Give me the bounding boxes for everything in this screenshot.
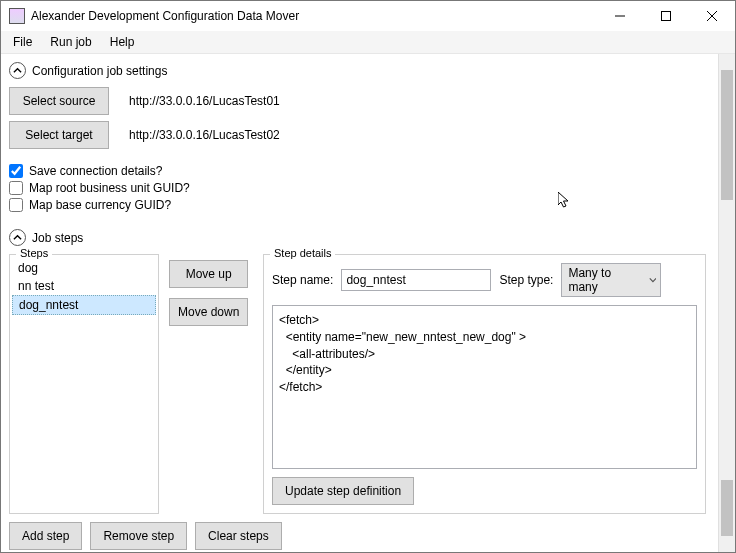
vertical-scrollbar[interactable] <box>718 54 735 552</box>
maximize-button[interactable] <box>643 1 689 31</box>
target-url: http://33.0.0.16/LucasTest02 <box>129 128 280 142</box>
jobsteps-section-header[interactable]: Job steps <box>9 229 706 246</box>
step-type-label: Step type: <box>499 273 553 287</box>
config-section-title: Configuration job settings <box>32 64 167 78</box>
select-source-button[interactable]: Select source <box>9 87 109 115</box>
menu-run-job[interactable]: Run job <box>42 33 99 51</box>
step-type-select[interactable]: Many to many <box>561 263 661 297</box>
fetch-xml-textarea[interactable]: <fetch> <entity name="new_new_nntest_new… <box>272 305 697 469</box>
add-step-button[interactable]: Add step <box>9 522 82 550</box>
chevron-up-icon <box>9 229 26 246</box>
list-item[interactable]: dog <box>12 259 156 277</box>
menu-help[interactable]: Help <box>102 33 143 51</box>
move-down-button[interactable]: Move down <box>169 298 248 326</box>
step-name-input[interactable] <box>341 269 491 291</box>
clear-steps-button[interactable]: Clear steps <box>195 522 282 550</box>
list-item[interactable]: dog_nntest <box>12 295 156 315</box>
step-type-value: Many to many <box>568 266 642 294</box>
steps-listbox[interactable]: dognn testdog_nntest <box>12 259 156 511</box>
chevron-down-icon <box>649 276 657 284</box>
cursor-icon <box>558 192 572 210</box>
map-base-currency-label[interactable]: Map base currency GUID? <box>29 198 171 212</box>
move-up-button[interactable]: Move up <box>169 260 248 288</box>
select-target-button[interactable]: Select target <box>9 121 109 149</box>
remove-step-button[interactable]: Remove step <box>90 522 187 550</box>
app-icon <box>9 8 25 24</box>
close-button[interactable] <box>689 1 735 31</box>
step-details-legend: Step details <box>270 247 335 259</box>
svg-rect-1 <box>662 12 671 21</box>
save-connection-label[interactable]: Save connection details? <box>29 164 162 178</box>
scroll-thumb[interactable] <box>721 480 733 536</box>
window-controls <box>597 1 735 31</box>
window-title: Alexander Development Configuration Data… <box>31 9 597 23</box>
menubar: File Run job Help <box>1 31 735 54</box>
minimize-button[interactable] <box>597 1 643 31</box>
steps-fieldset: Steps dognn testdog_nntest <box>9 254 159 514</box>
update-step-definition-button[interactable]: Update step definition <box>272 477 414 505</box>
list-item[interactable]: nn test <box>12 277 156 295</box>
map-base-currency-checkbox[interactable] <box>9 198 23 212</box>
source-url: http://33.0.0.16/LucasTest01 <box>129 94 280 108</box>
map-root-bu-checkbox[interactable] <box>9 181 23 195</box>
step-details-fieldset: Step details Step name: Step type: Many … <box>263 254 706 514</box>
step-name-label: Step name: <box>272 273 333 287</box>
menu-file[interactable]: File <box>5 33 40 51</box>
jobsteps-section-title: Job steps <box>32 231 83 245</box>
chevron-up-icon <box>9 62 26 79</box>
titlebar: Alexander Development Configuration Data… <box>1 1 735 31</box>
save-connection-checkbox[interactable] <box>9 164 23 178</box>
map-root-bu-label[interactable]: Map root business unit GUID? <box>29 181 190 195</box>
config-section-header[interactable]: Configuration job settings <box>9 62 706 79</box>
steps-legend: Steps <box>16 247 52 259</box>
scroll-thumb[interactable] <box>721 70 733 200</box>
